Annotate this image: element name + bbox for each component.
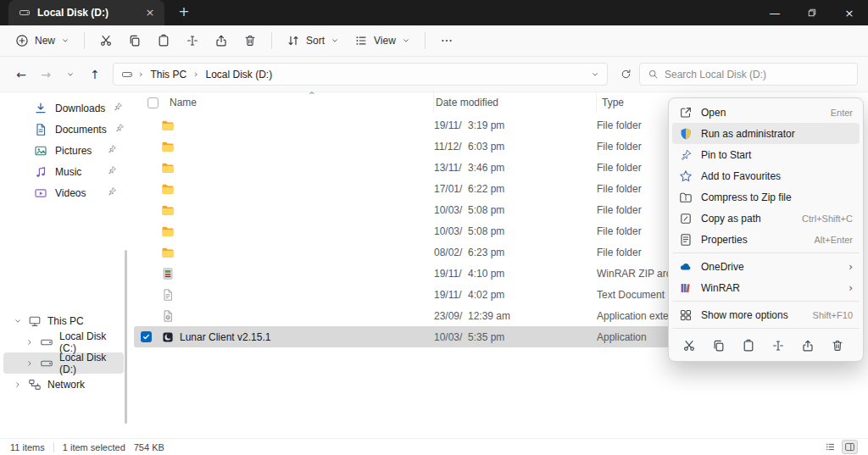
sidebar-label: Pictures — [55, 145, 92, 157]
sidebar-item-local-disk-c[interactable]: Local Disk (C:) — [3, 331, 124, 352]
rename-button[interactable] — [179, 29, 206, 53]
context-menu-item-show-more-options[interactable]: Show more options Shift+F10 — [672, 304, 860, 325]
menu-label: Add to Favourites — [701, 170, 781, 182]
address-dropdown-icon[interactable] — [591, 70, 599, 79]
restore-button[interactable] — [793, 0, 831, 25]
sidebar-item-downloads[interactable]: Downloads — [3, 97, 124, 119]
breadcrumb-local-disk-d[interactable]: Local Disk (D:) — [204, 68, 275, 81]
winrar-icon — [679, 281, 693, 295]
selection-size: 754 KB — [134, 442, 164, 452]
select-all-checkbox[interactable] — [147, 97, 159, 108]
paste-button[interactable] — [150, 29, 177, 53]
copy-button[interactable] — [121, 29, 148, 53]
videos-icon — [34, 186, 47, 200]
recent-locations-button[interactable] — [59, 64, 81, 86]
column-header-name[interactable]: ^ Name — [168, 92, 434, 113]
sort-button[interactable]: Sort — [280, 29, 346, 53]
column-label: Type — [602, 97, 624, 108]
drive-icon — [40, 357, 53, 370]
context-menu-item-add-to-favourites[interactable]: Add to Favourites — [672, 165, 860, 186]
sidebar-item-this-pc[interactable]: This PC — [3, 310, 124, 331]
pane-view-toggle[interactable] — [842, 440, 858, 454]
context-menu-item-compress-to-zip[interactable]: Compress to Zip file — [672, 186, 860, 208]
file-date: 19/11/ — [434, 268, 468, 280]
column-header-date-modified[interactable]: Date modified — [434, 92, 597, 113]
sidebar-label: Documents — [55, 124, 107, 136]
cut-button[interactable] — [92, 29, 120, 53]
sidebar-item-local-disk-d[interactable]: Local Disk (D:) — [3, 352, 124, 374]
copy-action-button[interactable] — [709, 336, 728, 355]
sidebar-item-pictures[interactable]: Pictures — [3, 140, 124, 161]
sort-ascending-icon: ^ — [309, 91, 315, 99]
new-plus-icon — [15, 34, 29, 47]
rename-action-button[interactable] — [768, 336, 787, 355]
application-icon — [161, 330, 175, 344]
row-checkbox[interactable] — [141, 331, 152, 342]
search-input[interactable] — [665, 69, 849, 80]
file-date: 17/01/ — [434, 183, 468, 195]
menu-shortcut: Ctrl+Shift+C — [802, 214, 853, 224]
details-view-toggle[interactable] — [822, 440, 838, 454]
chevron-down-icon — [331, 36, 339, 45]
status-bar: 11 items 1 item selected 754 KB — [0, 438, 868, 455]
sidebar-item-documents[interactable]: Documents — [3, 119, 124, 140]
menu-separator — [673, 301, 859, 302]
new-tab-button[interactable]: + — [175, 3, 193, 22]
explorer-tab[interactable]: Local Disk (D:) × — [8, 0, 164, 25]
refresh-button[interactable] — [615, 64, 637, 86]
delete-button[interactable] — [236, 29, 264, 53]
close-button[interactable]: × — [831, 0, 868, 25]
view-button[interactable]: View — [348, 29, 417, 53]
up-button[interactable]: ↑ — [84, 64, 106, 86]
context-menu-item-pin-to-start[interactable]: Pin to Start — [672, 144, 860, 165]
file-time: 3:19 pm — [468, 119, 597, 131]
forward-button[interactable]: → — [35, 64, 57, 86]
tab-title: Local Disk (D:) — [37, 7, 136, 19]
sidebar-item-videos[interactable]: Videos — [3, 182, 124, 203]
menu-separator — [673, 252, 859, 253]
share-button[interactable] — [208, 29, 235, 53]
chevron-right-icon[interactable] — [14, 380, 22, 389]
chevron-down-icon[interactable] — [14, 317, 22, 325]
context-menu-item-run-as-administrator[interactable]: Run as administrator — [672, 123, 860, 144]
menu-label: Properties — [701, 234, 748, 246]
menu-separator — [673, 328, 859, 329]
folder-icon — [161, 182, 175, 196]
paste-action-button[interactable] — [738, 336, 758, 355]
sidebar-label: Local Disk (D:) — [59, 352, 119, 375]
cut-action-button[interactable] — [679, 336, 698, 355]
breadcrumb-separator: › — [139, 69, 142, 80]
delete-action-button[interactable] — [827, 336, 847, 355]
menu-label: Pin to Start — [701, 149, 751, 161]
folder-icon — [161, 246, 175, 259]
minimize-button[interactable]: — — [756, 0, 793, 25]
new-button[interactable]: New — [8, 29, 76, 53]
chevron-right-icon[interactable] — [25, 359, 34, 368]
file-time: 6:22 pm — [468, 183, 597, 195]
sort-label: Sort — [306, 35, 325, 47]
back-button[interactable]: ← — [10, 64, 32, 86]
context-menu-item-properties[interactable]: Properties Alt+Enter — [672, 229, 860, 250]
breadcrumb-this-pc[interactable]: This PC — [148, 68, 188, 81]
file-date: 23/09/ — [434, 310, 468, 322]
sidebar-item-music[interactable]: Music — [3, 161, 124, 182]
address-breadcrumb[interactable]: › This PC › Local Disk (D:) — [113, 63, 608, 86]
chevron-right-icon[interactable] — [25, 338, 34, 347]
menu-shortcut: Shift+F10 — [813, 310, 853, 320]
command-bar: New Sort View — [0, 25, 868, 57]
context-menu-item-winrar[interactable]: WinRAR › — [672, 277, 860, 298]
search-box[interactable] — [639, 63, 858, 86]
sidebar-label: Videos — [55, 187, 86, 199]
context-menu-item-copy-as-path[interactable]: Copy as path Ctrl+Shift+C — [672, 208, 860, 229]
menu-label: Copy as path — [701, 213, 761, 225]
share-action-button[interactable] — [798, 336, 817, 355]
tab-close-icon[interactable]: × — [142, 5, 158, 20]
sidebar-item-network[interactable]: Network — [3, 374, 124, 395]
more-toolbar-button[interactable] — [433, 29, 460, 53]
zip-file-icon — [161, 267, 175, 280]
drive-icon — [19, 7, 31, 19]
menu-shortcut: Enter — [831, 108, 853, 118]
file-date: 19/11/ — [434, 289, 468, 301]
context-menu-item-open[interactable]: Open Enter — [672, 102, 860, 123]
context-menu-item-onedrive[interactable]: OneDrive › — [672, 256, 860, 277]
